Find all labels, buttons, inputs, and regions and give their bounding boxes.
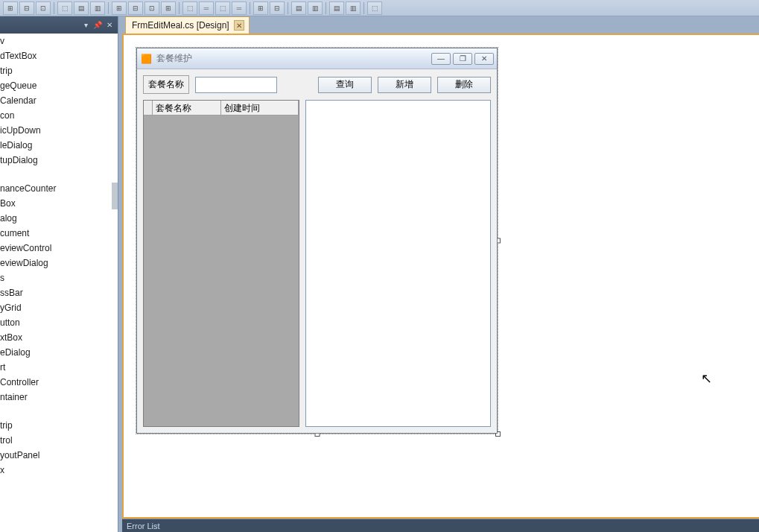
toolbox-item[interactable]: x bbox=[0, 463, 118, 478]
toolbox-item[interactable]: Box bbox=[0, 196, 118, 211]
add-button[interactable]: 新增 bbox=[378, 77, 431, 93]
toolbox-item[interactable]: tupDialog bbox=[0, 153, 118, 168]
toolbar-button[interactable]: ▥ bbox=[90, 1, 105, 15]
error-list-tab[interactable]: Error List bbox=[127, 522, 160, 531]
toolbar-button[interactable]: ⊞ bbox=[112, 1, 127, 15]
toolbar-button[interactable]: ▥ bbox=[346, 1, 361, 15]
maximize-button[interactable]: ❐ bbox=[453, 53, 472, 65]
toolbar-button[interactable]: ═ bbox=[199, 1, 214, 15]
query-button[interactable]: 查询 bbox=[318, 77, 372, 93]
document-tab[interactable]: FrmEditMeal.cs [Design] ✕ bbox=[125, 16, 250, 34]
toolbox-item[interactable]: leDialog bbox=[0, 138, 118, 153]
designed-form-window[interactable]: 🟧 套餐维护 — ❐ ✕ 套餐名称 查询 bbox=[136, 48, 498, 434]
toolbar-button[interactable]: ▤ bbox=[329, 1, 344, 15]
toolbox-item[interactable]: ssBar bbox=[0, 285, 118, 300]
toolbox-item[interactable]: eviewControl bbox=[0, 241, 118, 256]
toolbar-button[interactable]: ⊞ bbox=[3, 1, 18, 15]
top-toolbar: ⊞ ⊟ ⊡ ⬚ ▤ ▥ ⊞ ⊟ ⊡ ⊞ ⬚ ═ ⬚ ═ ⊞ ⊟ ▤ ▥ ▤ ▥ … bbox=[0, 0, 759, 16]
toolbox-body: vdTextBoxtripgeQueueCalendarconicUpDownl… bbox=[0, 34, 118, 532]
toolbar-separator bbox=[325, 2, 326, 14]
toolbox-item[interactable]: utton bbox=[0, 315, 118, 330]
toolbar-button[interactable]: ⊞ bbox=[161, 1, 176, 15]
toolbox-item[interactable]: yGrid bbox=[0, 300, 118, 315]
toolbox-item[interactable]: rt bbox=[0, 360, 118, 375]
close-button[interactable]: ✕ bbox=[474, 53, 494, 65]
datagrid-column-name[interactable]: 套餐名称 bbox=[153, 101, 221, 115]
form-titlebar: 🟧 套餐维护 — ❐ ✕ bbox=[137, 48, 497, 69]
toolbox-item[interactable]: trol bbox=[0, 433, 118, 448]
toolbox-dropdown-icon[interactable]: ▾ bbox=[80, 20, 91, 31]
toolbox-item[interactable]: eDialog bbox=[0, 345, 118, 360]
datagrid[interactable]: 套餐名称 创建时间 bbox=[143, 100, 299, 427]
toolbox-item[interactable]: s bbox=[0, 270, 118, 285]
bottom-panel-strip: Error List bbox=[122, 519, 759, 532]
toolbar-button[interactable]: ⊡ bbox=[36, 1, 51, 15]
close-tab-icon[interactable]: ✕ bbox=[234, 20, 244, 31]
toolbox-item[interactable]: alog bbox=[0, 211, 118, 226]
toolbox-item[interactable]: Controller bbox=[0, 375, 118, 390]
toolbox-item[interactable]: nanceCounter bbox=[0, 181, 118, 196]
toolbox-item[interactable]: xtBox bbox=[0, 330, 118, 345]
form-title-text: 套餐维护 bbox=[156, 52, 427, 65]
toolbox-item[interactable] bbox=[0, 478, 118, 491]
toolbox-item[interactable]: eviewDialog bbox=[0, 256, 118, 270]
toolbox-item[interactable]: dTextBox bbox=[0, 48, 118, 63]
toolbar-button[interactable]: ⊟ bbox=[270, 1, 285, 15]
toolbox-list: vdTextBoxtripgeQueueCalendarconicUpDownl… bbox=[0, 34, 118, 504]
toolbox-item[interactable]: Calendar bbox=[0, 93, 118, 108]
main-layout: ▾ 📌 ✕ vdTextBoxtripgeQueueCalendarconicU… bbox=[0, 16, 759, 532]
datagrid-body[interactable] bbox=[144, 115, 299, 426]
form-app-icon: 🟧 bbox=[140, 53, 152, 65]
toolbar-button[interactable]: ▤ bbox=[291, 1, 306, 15]
toolbar-separator bbox=[179, 2, 180, 14]
toolbar-button[interactable]: ⬚ bbox=[367, 1, 382, 15]
toolbox-item[interactable]: v bbox=[0, 34, 118, 48]
toolbar-button[interactable]: ▥ bbox=[308, 1, 323, 15]
toolbar-button[interactable]: ⬚ bbox=[182, 1, 197, 15]
minimize-button[interactable]: — bbox=[431, 53, 451, 65]
datagrid-header: 套餐名称 创建时间 bbox=[144, 101, 299, 115]
search-row: 套餐名称 查询 新增 删除 bbox=[143, 75, 491, 94]
toolbox-item[interactable]: trip bbox=[0, 63, 118, 78]
search-label: 套餐名称 bbox=[143, 75, 189, 94]
toolbar-separator bbox=[250, 2, 250, 14]
toolbar-button[interactable]: ⊡ bbox=[145, 1, 159, 15]
document-tab-strip: FrmEditMeal.cs [Design] ✕ bbox=[122, 16, 759, 35]
datagrid-column-created[interactable]: 创建时间 bbox=[221, 101, 299, 115]
toolbar-separator bbox=[288, 2, 288, 14]
toolbox-panel: ▾ 📌 ✕ vdTextBoxtripgeQueueCalendarconicU… bbox=[0, 16, 118, 532]
toolbox-item[interactable]: icUpDown bbox=[0, 123, 118, 138]
toolbox-item[interactable]: trip bbox=[0, 418, 118, 433]
scrollbar-thumb[interactable] bbox=[112, 183, 118, 209]
toolbox-item[interactable] bbox=[0, 168, 118, 181]
toolbar-button[interactable]: ⊞ bbox=[253, 1, 268, 15]
document-tab-label: FrmEditMeal.cs [Design] bbox=[132, 20, 229, 31]
search-input[interactable] bbox=[195, 77, 277, 93]
designer-surface[interactable]: 🟧 套餐维护 — ❐ ✕ 套餐名称 查询 bbox=[122, 35, 759, 519]
toolbox-item[interactable] bbox=[0, 405, 118, 418]
toolbar-button[interactable]: ═ bbox=[232, 1, 247, 15]
form-columns: 套餐名称 创建时间 bbox=[143, 100, 491, 427]
form-body: 套餐名称 查询 新增 删除 套餐名称 bbox=[137, 69, 497, 433]
toolbox-item[interactable]: geQueue bbox=[0, 78, 118, 93]
mouse-cursor-icon: ↖ bbox=[701, 370, 712, 387]
toolbox-item[interactable]: youtPanel bbox=[0, 448, 118, 463]
form-selection-outline: 🟧 套餐维护 — ❐ ✕ 套餐名称 查询 bbox=[136, 47, 498, 434]
toolbar-separator bbox=[54, 2, 54, 14]
toolbox-item[interactable]: ntainer bbox=[0, 390, 118, 405]
toolbar-button[interactable]: ⬚ bbox=[215, 1, 230, 15]
detail-panel[interactable] bbox=[305, 100, 491, 427]
toolbox-close-icon[interactable]: ✕ bbox=[104, 20, 115, 31]
toolbox-header: ▾ 📌 ✕ bbox=[0, 16, 118, 34]
form-window-buttons: — ❐ ✕ bbox=[431, 53, 494, 65]
toolbox-item[interactable] bbox=[0, 491, 118, 504]
toolbar-button[interactable]: ▤ bbox=[74, 1, 89, 15]
toolbar-separator bbox=[108, 2, 109, 14]
toolbar-button[interactable]: ⊟ bbox=[19, 1, 34, 15]
delete-button[interactable]: 删除 bbox=[437, 77, 491, 93]
toolbar-button[interactable]: ⬚ bbox=[57, 1, 72, 15]
toolbox-item[interactable]: cument bbox=[0, 226, 118, 241]
toolbox-pin-icon[interactable]: 📌 bbox=[92, 20, 103, 31]
toolbox-item[interactable]: con bbox=[0, 108, 118, 123]
toolbar-button[interactable]: ⊟ bbox=[128, 1, 143, 15]
